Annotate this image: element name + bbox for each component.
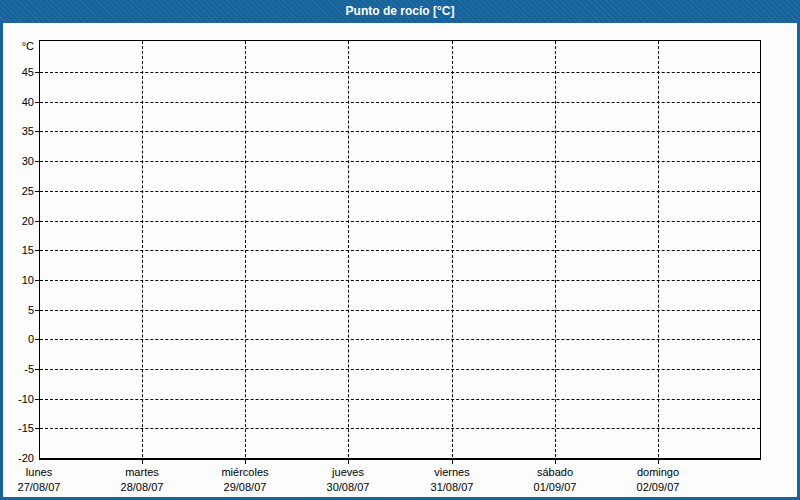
y-tick-mark <box>35 280 39 281</box>
y-tick-label: -15 <box>0 421 34 435</box>
x-date-label: 01/09/07 <box>503 481 607 494</box>
x-day-label: lunes <box>0 466 91 479</box>
y-tick-label: 30 <box>0 154 34 168</box>
x-tick-mark <box>555 460 556 464</box>
x-date-label: 02/09/07 <box>606 481 710 494</box>
y-tick-mark <box>35 191 39 192</box>
v-gridline <box>245 41 246 457</box>
x-day-label: domingo <box>606 466 710 479</box>
h-gridline <box>40 72 760 73</box>
v-gridline <box>348 41 349 457</box>
x-tick-mark <box>452 460 453 464</box>
chart-title: Punto de rocío [°C] <box>346 0 455 23</box>
y-tick-label: 20 <box>0 214 34 228</box>
x-day-label: martes <box>90 466 194 479</box>
y-tick-mark <box>35 428 39 429</box>
title-bar: Punto de rocío [°C] <box>0 0 800 23</box>
h-gridline <box>40 399 760 400</box>
x-date-label: 31/08/07 <box>400 481 504 494</box>
x-date-label: 27/08/07 <box>0 481 91 494</box>
h-gridline <box>40 310 760 311</box>
y-tick-mark <box>35 339 39 340</box>
x-tick-mark <box>142 460 143 464</box>
chart-window: Punto de rocío [°C] °C454035302520151050… <box>0 0 800 500</box>
y-tick-label: -10 <box>0 392 34 406</box>
x-date-label: 29/08/07 <box>193 481 297 494</box>
h-gridline <box>40 131 760 132</box>
v-gridline <box>452 41 453 457</box>
h-gridline <box>40 221 760 222</box>
v-gridline <box>142 41 143 457</box>
v-gridline <box>555 41 556 457</box>
dew-point-chart: °C454035302520151050-5-10-15-20lunes27/0… <box>0 0 800 500</box>
y-tick-mark <box>35 131 39 132</box>
x-day-label: miércoles <box>193 466 297 479</box>
h-gridline <box>40 369 760 370</box>
y-tick-label: 0 <box>0 332 34 346</box>
x-tick-mark <box>348 460 349 464</box>
y-axis-unit-label: °C <box>0 39 34 53</box>
y-tick-mark <box>35 310 39 311</box>
x-day-label: sábado <box>503 466 607 479</box>
h-gridline <box>40 280 760 281</box>
y-tick-label: 15 <box>0 243 34 257</box>
y-tick-mark <box>35 161 39 162</box>
y-tick-mark <box>35 72 39 73</box>
y-tick-mark <box>35 369 39 370</box>
y-tick-label: 35 <box>0 124 34 138</box>
y-tick-label: -20 <box>0 451 34 465</box>
y-tick-label: 40 <box>0 95 34 109</box>
h-gridline <box>40 250 760 251</box>
h-gridline <box>40 161 760 162</box>
y-tick-label: 45 <box>0 65 34 79</box>
y-tick-mark <box>35 102 39 103</box>
x-date-label: 30/08/07 <box>296 481 400 494</box>
y-tick-mark <box>35 399 39 400</box>
y-tick-label: 25 <box>0 184 34 198</box>
y-tick-mark <box>35 250 39 251</box>
h-gridline <box>40 428 760 429</box>
x-day-label: jueves <box>296 466 400 479</box>
y-tick-label: 5 <box>0 303 34 317</box>
y-tick-label: 10 <box>0 273 34 287</box>
x-day-label: viernes <box>400 466 504 479</box>
h-gridline <box>40 339 760 340</box>
x-tick-mark <box>245 460 246 464</box>
h-gridline <box>40 102 760 103</box>
y-tick-mark <box>35 221 39 222</box>
x-date-label: 28/08/07 <box>90 481 194 494</box>
h-gridline <box>40 191 760 192</box>
y-tick-label: -5 <box>0 362 34 376</box>
v-gridline <box>658 41 659 457</box>
x-tick-mark <box>658 460 659 464</box>
